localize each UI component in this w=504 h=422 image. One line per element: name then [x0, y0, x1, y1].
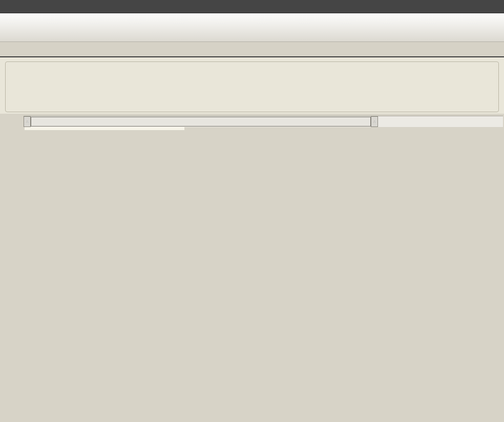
cursor-data-table: [25, 127, 184, 130]
cursor-scrollbar[interactable]: ∴ ∴: [24, 116, 503, 127]
register-info-panel: [0, 57, 504, 114]
scope-chart[interactable]: ∴ ∴: [0, 114, 504, 422]
register-groupbox: [5, 61, 499, 112]
cursor-x2-handle[interactable]: ∴: [371, 116, 378, 127]
cursor-range[interactable]: [31, 117, 371, 126]
main-tab-bar: [0, 0, 504, 13]
toolbar: [0, 13, 504, 42]
scope-tab-strip: [0, 43, 504, 57]
cursor-x1-handle[interactable]: ∴: [24, 116, 31, 127]
